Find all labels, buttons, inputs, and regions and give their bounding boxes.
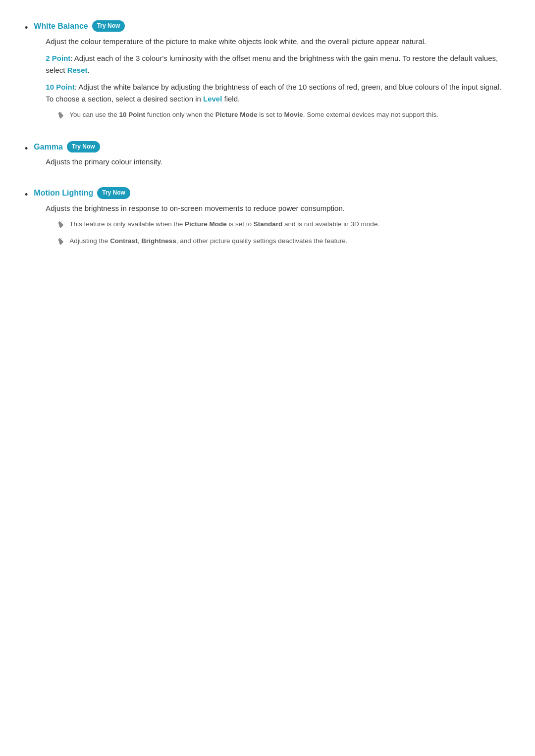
two-point-paragraph: 2 Point: Adjust each of the 3 colour's l… [46, 52, 510, 76]
white-balance-description: Adjust the colour temperature of the pic… [46, 36, 510, 48]
motion-lighting-note-text-2: Adjusting the Contrast, Brightness, and … [69, 236, 347, 246]
motion-lighting-try-now-badge[interactable]: Try Now [97, 187, 130, 199]
motion-lighting-header: Motion Lighting Try Now [34, 187, 379, 200]
white-balance-header: White Balance Try Now [34, 20, 510, 33]
note-icon-1 [57, 111, 65, 123]
note-icon-3 [57, 237, 65, 249]
picture-mode-note-bold-1: Picture Mode [215, 111, 258, 118]
note-icon-2 [57, 220, 65, 232]
bullet-dot-motion: • [25, 188, 28, 202]
standard-note-bold: Standard [254, 220, 283, 228]
gamma-try-now-badge[interactable]: Try Now [67, 141, 100, 152]
ten-point-note-bold: 10 Point [119, 111, 145, 118]
two-point-label: 2 Point [46, 54, 70, 62]
white-balance-body: Adjust the colour temperature of the pic… [46, 36, 510, 123]
contrast-note-bold: Contrast [110, 237, 138, 245]
white-balance-note: You can use the 10 Point function only w… [57, 110, 510, 123]
motion-lighting-note-2: Adjusting the Contrast, Brightness, and … [57, 236, 379, 249]
gamma-bullet-item: • Gamma Try Now Adjusts the primary colo… [25, 141, 510, 173]
white-balance-title: White Balance [34, 20, 88, 33]
ten-point-label: 10 Point [46, 83, 74, 91]
motion-lighting-description: Adjusts the brightness in response to on… [46, 202, 379, 214]
white-balance-section: • White Balance Try Now Adjust the colou… [25, 20, 510, 127]
gamma-body: Adjusts the primary colour intensity. [46, 156, 162, 168]
brightness-note-bold: Brightness [141, 237, 176, 245]
bullet-dot: • [25, 21, 28, 35]
movie-note-bold: Movie [284, 111, 303, 118]
bullet-dot-gamma: • [25, 142, 28, 156]
reset-link[interactable]: Reset [67, 66, 88, 74]
gamma-title: Gamma [34, 141, 63, 153]
ten-point-paragraph: 10 Point: Adjust the white balance by ad… [46, 81, 510, 105]
motion-lighting-bullet-item: • Motion Lighting Try Now Adjusts the br… [25, 187, 510, 253]
white-balance-bullet-item: • White Balance Try Now Adjust the colou… [25, 20, 510, 127]
motion-lighting-section: • Motion Lighting Try Now Adjusts the br… [25, 187, 510, 253]
white-balance-note-text: You can use the 10 Point function only w… [69, 110, 438, 120]
white-balance-try-now-badge[interactable]: Try Now [92, 20, 125, 32]
gamma-section: • Gamma Try Now Adjusts the primary colo… [25, 141, 510, 173]
motion-lighting-title: Motion Lighting [34, 187, 93, 200]
motion-lighting-body: Adjusts the brightness in response to on… [46, 202, 379, 249]
motion-lighting-note-1: This feature is only available when the … [57, 219, 379, 232]
gamma-header: Gamma Try Now [34, 141, 162, 153]
gamma-description: Adjusts the primary colour intensity. [46, 156, 162, 168]
motion-lighting-note-text-1: This feature is only available when the … [69, 219, 379, 229]
picture-mode-note-bold-2: Picture Mode [185, 220, 227, 228]
level-link[interactable]: Level [203, 95, 222, 103]
